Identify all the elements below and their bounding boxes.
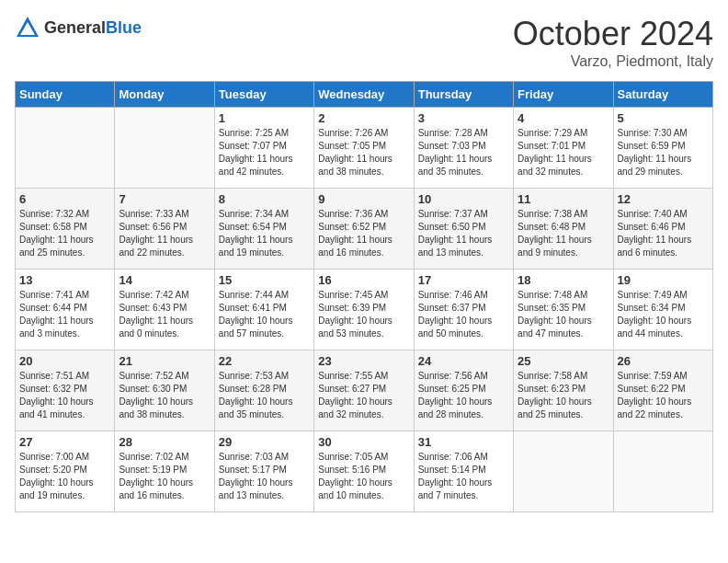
calendar-table: SundayMondayTuesdayWednesdayThursdayFrid…	[15, 81, 713, 512]
calendar-cell: 19Sunrise: 7:49 AMSunset: 6:34 PMDayligh…	[613, 270, 712, 350]
day-info: Sunrise: 7:32 AMSunset: 6:58 PMDaylight:…	[19, 208, 110, 259]
day-info: Sunrise: 7:51 AMSunset: 6:32 PMDaylight:…	[19, 370, 110, 421]
logo: GeneralBlue	[15, 15, 142, 40]
calendar-cell: 3Sunrise: 7:28 AMSunset: 7:03 PMDaylight…	[414, 108, 513, 189]
day-info: Sunrise: 7:33 AMSunset: 6:56 PMDaylight:…	[119, 208, 210, 259]
day-number: 7	[119, 192, 210, 206]
day-info: Sunrise: 7:52 AMSunset: 6:30 PMDaylight:…	[119, 370, 210, 421]
day-number: 21	[119, 354, 210, 368]
day-number: 14	[119, 273, 210, 287]
day-info: Sunrise: 7:40 AMSunset: 6:46 PMDaylight:…	[618, 208, 709, 259]
calendar-cell: 31Sunrise: 7:06 AMSunset: 5:14 PMDayligh…	[414, 431, 513, 512]
calendar-cell	[16, 108, 115, 189]
calendar-cell: 10Sunrise: 7:37 AMSunset: 6:50 PMDayligh…	[414, 189, 513, 270]
day-number: 29	[219, 435, 310, 449]
day-number: 8	[219, 192, 310, 206]
day-number: 5	[618, 111, 709, 125]
calendar-cell: 27Sunrise: 7:00 AMSunset: 5:20 PMDayligh…	[16, 431, 115, 512]
weekday-header-row: SundayMondayTuesdayWednesdayThursdayFrid…	[16, 82, 713, 108]
day-info: Sunrise: 7:36 AMSunset: 6:52 PMDaylight:…	[318, 208, 409, 259]
calendar-cell	[613, 431, 712, 512]
day-number: 9	[318, 192, 409, 206]
day-number: 13	[19, 273, 110, 287]
calendar-cell: 23Sunrise: 7:55 AMSunset: 6:27 PMDayligh…	[314, 350, 414, 431]
calendar-cell: 24Sunrise: 7:56 AMSunset: 6:25 PMDayligh…	[414, 350, 513, 431]
month-title: October 2024	[513, 15, 713, 53]
calendar-cell: 8Sunrise: 7:34 AMSunset: 6:54 PMDaylight…	[214, 189, 313, 270]
calendar-week-4: 20Sunrise: 7:51 AMSunset: 6:32 PMDayligh…	[16, 350, 713, 431]
calendar-cell: 9Sunrise: 7:36 AMSunset: 6:52 PMDaylight…	[314, 189, 414, 270]
calendar-week-3: 13Sunrise: 7:41 AMSunset: 6:44 PMDayligh…	[16, 270, 713, 350]
weekday-header-wednesday: Wednesday	[314, 82, 414, 108]
day-number: 12	[618, 192, 709, 206]
day-number: 27	[19, 435, 110, 449]
day-number: 1	[219, 111, 310, 125]
day-number: 19	[618, 273, 709, 287]
day-info: Sunrise: 7:55 AMSunset: 6:27 PMDaylight:…	[318, 370, 409, 421]
day-number: 4	[518, 111, 609, 125]
logo-general-text: General	[44, 18, 106, 37]
day-number: 25	[518, 354, 609, 368]
calendar-week-5: 27Sunrise: 7:00 AMSunset: 5:20 PMDayligh…	[16, 431, 713, 512]
day-number: 28	[119, 435, 210, 449]
weekday-header-sunday: Sunday	[16, 82, 115, 108]
calendar-cell: 17Sunrise: 7:46 AMSunset: 6:37 PMDayligh…	[414, 270, 513, 350]
day-number: 18	[518, 273, 609, 287]
day-info: Sunrise: 7:59 AMSunset: 6:22 PMDaylight:…	[618, 370, 709, 421]
day-number: 22	[219, 354, 310, 368]
calendar-cell: 4Sunrise: 7:29 AMSunset: 7:01 PMDaylight…	[514, 108, 613, 189]
day-info: Sunrise: 7:44 AMSunset: 6:41 PMDaylight:…	[219, 289, 310, 340]
calendar-cell	[514, 431, 613, 512]
calendar-cell: 5Sunrise: 7:30 AMSunset: 6:59 PMDaylight…	[613, 108, 712, 189]
calendar-cell: 26Sunrise: 7:59 AMSunset: 6:22 PMDayligh…	[613, 350, 712, 431]
calendar-cell: 12Sunrise: 7:40 AMSunset: 6:46 PMDayligh…	[613, 189, 712, 270]
day-number: 11	[518, 192, 609, 206]
day-number: 3	[418, 111, 509, 125]
weekday-header-tuesday: Tuesday	[214, 82, 313, 108]
calendar-cell: 21Sunrise: 7:52 AMSunset: 6:30 PMDayligh…	[115, 350, 214, 431]
day-number: 2	[318, 111, 409, 125]
weekday-header-friday: Friday	[514, 82, 613, 108]
calendar-week-1: 1Sunrise: 7:25 AMSunset: 7:07 PMDaylight…	[16, 108, 713, 189]
day-info: Sunrise: 7:29 AMSunset: 7:01 PMDaylight:…	[518, 127, 609, 178]
day-info: Sunrise: 7:58 AMSunset: 6:23 PMDaylight:…	[518, 370, 609, 421]
day-number: 20	[19, 354, 110, 368]
day-number: 24	[418, 354, 509, 368]
day-info: Sunrise: 7:53 AMSunset: 6:28 PMDaylight:…	[219, 370, 310, 421]
day-info: Sunrise: 7:25 AMSunset: 7:07 PMDaylight:…	[219, 127, 310, 178]
day-number: 15	[219, 273, 310, 287]
weekday-header-saturday: Saturday	[613, 82, 712, 108]
calendar-cell: 1Sunrise: 7:25 AMSunset: 7:07 PMDaylight…	[214, 108, 313, 189]
day-info: Sunrise: 7:02 AMSunset: 5:19 PMDaylight:…	[119, 451, 210, 502]
day-info: Sunrise: 7:37 AMSunset: 6:50 PMDaylight:…	[418, 208, 509, 259]
weekday-header-monday: Monday	[115, 82, 214, 108]
day-number: 30	[318, 435, 409, 449]
calendar-cell: 13Sunrise: 7:41 AMSunset: 6:44 PMDayligh…	[16, 270, 115, 350]
calendar-cell: 16Sunrise: 7:45 AMSunset: 6:39 PMDayligh…	[314, 270, 414, 350]
day-number: 17	[418, 273, 509, 287]
calendar-cell: 15Sunrise: 7:44 AMSunset: 6:41 PMDayligh…	[214, 270, 313, 350]
day-info: Sunrise: 7:38 AMSunset: 6:48 PMDaylight:…	[518, 208, 609, 259]
calendar-cell: 28Sunrise: 7:02 AMSunset: 5:19 PMDayligh…	[115, 431, 214, 512]
day-info: Sunrise: 7:30 AMSunset: 6:59 PMDaylight:…	[618, 127, 709, 178]
day-info: Sunrise: 7:48 AMSunset: 6:35 PMDaylight:…	[518, 289, 609, 340]
page-header: GeneralBlue October 2024 Varzo, Piedmont…	[15, 15, 713, 70]
day-info: Sunrise: 7:03 AMSunset: 5:17 PMDaylight:…	[219, 451, 310, 502]
calendar-cell	[115, 108, 214, 189]
day-info: Sunrise: 7:42 AMSunset: 6:43 PMDaylight:…	[119, 289, 210, 340]
logo-icon	[15, 15, 40, 40]
calendar-week-2: 6Sunrise: 7:32 AMSunset: 6:58 PMDaylight…	[16, 189, 713, 270]
calendar-cell: 2Sunrise: 7:26 AMSunset: 7:05 PMDaylight…	[314, 108, 414, 189]
day-info: Sunrise: 7:41 AMSunset: 6:44 PMDaylight:…	[19, 289, 110, 340]
day-number: 10	[418, 192, 509, 206]
calendar-cell: 14Sunrise: 7:42 AMSunset: 6:43 PMDayligh…	[115, 270, 214, 350]
day-info: Sunrise: 7:28 AMSunset: 7:03 PMDaylight:…	[418, 127, 509, 178]
weekday-header-thursday: Thursday	[414, 82, 513, 108]
calendar-cell: 6Sunrise: 7:32 AMSunset: 6:58 PMDaylight…	[16, 189, 115, 270]
calendar-cell: 7Sunrise: 7:33 AMSunset: 6:56 PMDaylight…	[115, 189, 214, 270]
calendar-cell: 29Sunrise: 7:03 AMSunset: 5:17 PMDayligh…	[214, 431, 313, 512]
day-info: Sunrise: 7:26 AMSunset: 7:05 PMDaylight:…	[318, 127, 409, 178]
day-info: Sunrise: 7:05 AMSunset: 5:16 PMDaylight:…	[318, 451, 409, 502]
title-block: October 2024 Varzo, Piedmont, Italy	[513, 15, 713, 70]
calendar-cell: 30Sunrise: 7:05 AMSunset: 5:16 PMDayligh…	[314, 431, 414, 512]
